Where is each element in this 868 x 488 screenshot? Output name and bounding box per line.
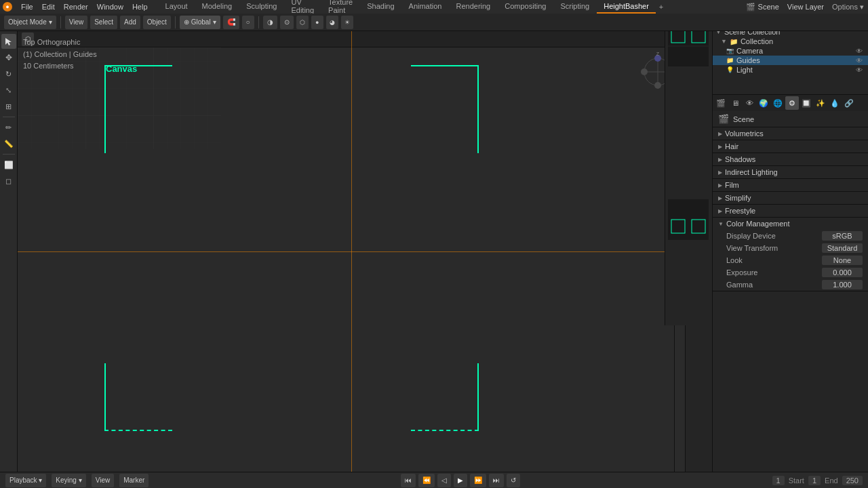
- props-tab-physics[interactable]: 💧: [828, 96, 842, 110]
- camera-visibility[interactable]: 👁: [856, 47, 863, 55]
- light-item[interactable]: 💡 Light 👁: [713, 65, 868, 75]
- playback-btn[interactable]: Playback ▾: [5, 474, 46, 487]
- hair-hdr[interactable]: ▶ Hair: [713, 140, 868, 152]
- step-forward-btn[interactable]: ⏩: [470, 474, 486, 487]
- snap-btn[interactable]: 🧲: [223, 16, 239, 29]
- view-layer-label[interactable]: View Layer: [787, 3, 824, 11]
- props-tab-particles[interactable]: ✨: [814, 96, 827, 110]
- select-tool[interactable]: [1, 34, 16, 49]
- view-transform-value[interactable]: Standard: [822, 243, 863, 253]
- film-hdr[interactable]: ▶ Film: [713, 179, 868, 191]
- volumetrics-hdr[interactable]: ▶ Volumetrics: [713, 127, 868, 140]
- gamma-value[interactable]: 1.000: [822, 280, 863, 289]
- light-icon: 💡: [726, 66, 734, 73]
- vol-tri: ▶: [718, 131, 722, 137]
- props-tab-world[interactable]: 🌐: [771, 96, 785, 110]
- indirect-hdr[interactable]: ▶ Indirect Lighting: [713, 166, 868, 178]
- viewport-3d[interactable]: ⬡ Top Orthographic (1) Collection | Guid…: [18, 31, 685, 472]
- props-tab-render[interactable]: 🎬: [714, 96, 728, 110]
- color-mgmt-hdr[interactable]: ▼ Color Management: [713, 218, 868, 230]
- rotate-tool[interactable]: ↻: [1, 66, 16, 81]
- props-tab-vd[interactable]: 👁: [743, 96, 756, 110]
- crosshair-horizontal: [18, 251, 685, 252]
- menu-window[interactable]: Window: [93, 0, 127, 14]
- keying-btn[interactable]: Keying ▾: [52, 474, 85, 487]
- loop-btn[interactable]: ↺: [507, 474, 520, 487]
- shadows-label: Shadows: [725, 155, 755, 163]
- props-tab-scene[interactable]: 🌍: [757, 96, 770, 110]
- overlay-btn[interactable]: ◑: [263, 16, 277, 29]
- orientation-btn[interactable]: ⊕ Global ▾: [180, 16, 220, 29]
- menu-render[interactable]: Render: [60, 0, 92, 14]
- jump-end-btn[interactable]: ⏭: [489, 474, 504, 487]
- svg-point-11: [654, 82, 661, 89]
- simplify-hdr[interactable]: ▶ Simplify: [713, 192, 868, 204]
- display-device-value[interactable]: sRGB: [822, 231, 863, 241]
- add-btn[interactable]: Add: [120, 16, 140, 29]
- guides-item[interactable]: 📁 Guides 👁: [713, 56, 868, 65]
- add-cube-tool[interactable]: ⬜: [1, 157, 16, 172]
- props-tab-modifier[interactable]: 🔲: [800, 96, 813, 110]
- mode-selector[interactable]: Object Mode ▾: [4, 16, 56, 29]
- guides-visibility[interactable]: 👁: [856, 57, 863, 64]
- marker-btn[interactable]: Marker: [119, 474, 149, 487]
- props-tab-object[interactable]: ⚙: [785, 96, 799, 110]
- move-tool[interactable]: ✥: [1, 50, 16, 65]
- ws-sculpting[interactable]: Sculpting: [239, 0, 283, 14]
- extra-tool[interactable]: ◻: [1, 174, 16, 188]
- ws-layout[interactable]: Layout: [159, 0, 195, 14]
- ws-animation[interactable]: Animation: [402, 0, 449, 14]
- shading-solid[interactable]: ●: [311, 16, 323, 29]
- jump-start-btn[interactable]: ⏮: [401, 474, 416, 487]
- end-frame[interactable]: 250: [842, 476, 863, 485]
- ws-modeling[interactable]: Modeling: [195, 0, 239, 14]
- start-frame[interactable]: 1: [808, 476, 821, 485]
- add-workspace-btn[interactable]: +: [659, 3, 663, 11]
- editor-type-icon: ⬡: [25, 35, 31, 43]
- wireframe-icon: ⬡: [300, 19, 305, 26]
- ws-heightbasher[interactable]: HeightBasher: [597, 0, 656, 14]
- transform-tool[interactable]: ⊞: [1, 99, 16, 114]
- measure-tool[interactable]: 📏: [1, 136, 16, 151]
- ws-uv-editing[interactable]: UV Editing: [284, 0, 321, 14]
- object-btn[interactable]: Object: [143, 16, 171, 29]
- ws-texture-paint[interactable]: Texture Paint: [321, 0, 359, 14]
- ws-compositing[interactable]: Compositing: [498, 0, 553, 14]
- shading-wireframe[interactable]: ⬡: [296, 16, 309, 29]
- current-frame[interactable]: 1: [772, 476, 785, 485]
- select-btn[interactable]: Select: [90, 16, 117, 29]
- menu-edit[interactable]: Edit: [38, 0, 59, 14]
- props-tab-constraints[interactable]: 🔗: [842, 96, 856, 110]
- play-btn[interactable]: ▶: [454, 474, 467, 487]
- menu-file[interactable]: File: [17, 0, 37, 14]
- ws-shading[interactable]: Shading: [360, 0, 401, 14]
- props-tab-output[interactable]: 🖥: [728, 96, 742, 110]
- ws-scripting[interactable]: Scripting: [553, 0, 596, 14]
- scene-label[interactable]: Scene: [758, 3, 779, 11]
- xray-btn[interactable]: ⊙: [280, 16, 294, 29]
- shading-material[interactable]: ◕: [326, 16, 338, 29]
- options-btn[interactable]: Options ▾: [832, 3, 864, 12]
- exposure-value[interactable]: 0.000: [822, 268, 863, 277]
- collection-item[interactable]: ▼ 📁 Collection: [713, 37, 868, 46]
- canvas-rect-top-right: [411, 65, 479, 153]
- step-back-btn[interactable]: ⏪: [418, 474, 435, 487]
- simplify-section: ▶ Simplify: [713, 192, 868, 205]
- shading-render[interactable]: ☀: [341, 16, 353, 29]
- shadows-hdr[interactable]: ▶ Shadows: [713, 153, 868, 165]
- look-row: Look None: [713, 254, 868, 266]
- play-reverse-btn[interactable]: ◁: [437, 474, 451, 487]
- viewport-editor-type[interactable]: ⬡: [22, 33, 34, 46]
- light-visibility[interactable]: 👁: [856, 66, 863, 74]
- view-btn-status[interactable]: View: [92, 474, 115, 487]
- scale-tool[interactable]: ⤡: [1, 83, 16, 98]
- menu-help[interactable]: Help: [128, 0, 152, 14]
- freestyle-hdr[interactable]: ▶ Freestyle: [713, 205, 868, 217]
- annotate-tool[interactable]: ✏: [1, 120, 16, 135]
- look-value[interactable]: None: [822, 256, 863, 265]
- view-btn[interactable]: View: [65, 16, 88, 29]
- proportional-edit-btn[interactable]: ○: [242, 16, 254, 29]
- ws-rendering[interactable]: Rendering: [449, 0, 497, 14]
- display-device-row: Display Device sRGB: [713, 230, 868, 242]
- camera-item[interactable]: 📷 Camera 👁: [713, 46, 868, 56]
